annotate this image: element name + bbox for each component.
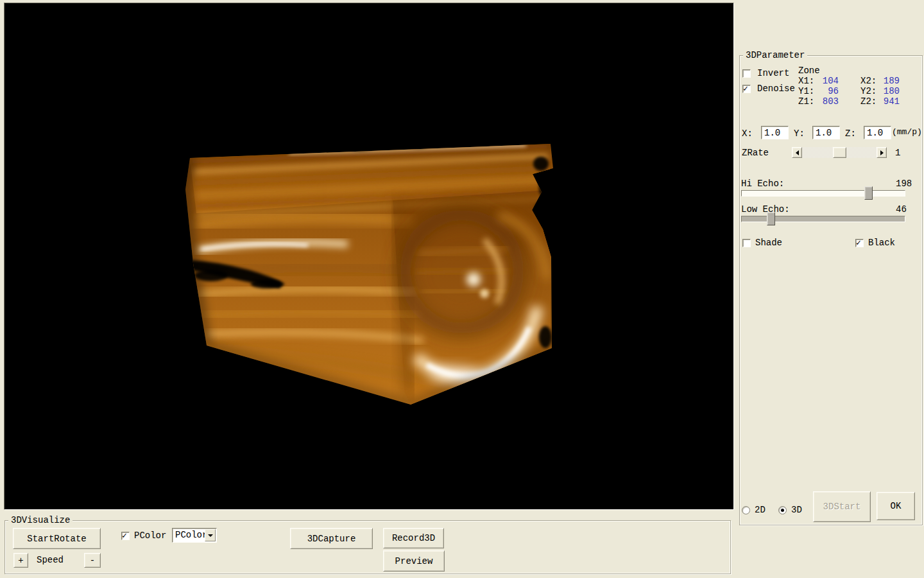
zone-z2-value: 941: [879, 96, 900, 107]
app-window: 3DParameter Invert Denoise Zone X1: 104 …: [0, 0, 924, 578]
zone-y2-value: 180: [879, 86, 900, 96]
black-label: Black: [868, 238, 895, 248]
invert-checkbox[interactable]: [742, 69, 751, 78]
denoise-checkbox[interactable]: [742, 85, 751, 93]
pcolor-label: PColor: [134, 530, 166, 541]
speed-plus-button[interactable]: +: [13, 553, 28, 568]
zrate-left-arrow-button[interactable]: [792, 147, 802, 158]
denoise-label: Denoise: [757, 83, 795, 94]
mode-2d-label: 2D: [755, 505, 766, 515]
zone-x1-label: X1:: [798, 76, 814, 86]
zone-y2-label: Y2:: [860, 86, 877, 96]
invert-label: Invert: [757, 68, 789, 78]
x-scale-input[interactable]: [761, 126, 789, 139]
pcolor-dropdown-arrow-icon[interactable]: [205, 529, 216, 541]
y-scale-label: Y:: [794, 128, 805, 139]
zrate-scrollbar[interactable]: [792, 147, 887, 158]
mode-3d-radio[interactable]: [778, 506, 787, 514]
scale-unit-label: (mm/p): [892, 127, 922, 137]
zrate-right-arrow-button[interactable]: [877, 147, 887, 158]
zrate-label: ZRate: [742, 148, 769, 158]
start-3d-button[interactable]: 3DStart: [813, 491, 871, 522]
visualize-group-title: 3DVisualize: [8, 515, 73, 525]
low-echo-track[interactable]: [741, 216, 905, 222]
zone-x2-label: X2:: [860, 76, 877, 86]
zone-x1-value: 104: [818, 76, 839, 86]
preview-button[interactable]: Preview: [383, 550, 445, 572]
capture-3d-button[interactable]: 3DCapture: [290, 528, 373, 549]
mode-2d-radio[interactable]: [742, 506, 750, 514]
mode-3d-label: 3D: [791, 505, 802, 515]
ok-button[interactable]: OK: [877, 492, 915, 520]
parameter-group-title: 3DParameter: [743, 50, 807, 60]
zrate-value: 1: [895, 148, 900, 158]
render-viewport[interactable]: [4, 3, 734, 510]
speed-label: Speed: [37, 555, 64, 565]
y-scale-input[interactable]: [812, 126, 840, 139]
zrate-thumb[interactable]: [833, 147, 846, 158]
hi-echo-thumb[interactable]: [864, 186, 873, 200]
hi-echo-track[interactable]: [741, 190, 905, 197]
low-echo-slider[interactable]: [741, 212, 905, 226]
ultrasound-volume-render: [4, 3, 733, 509]
hi-echo-slider[interactable]: [741, 186, 905, 200]
x-scale-label: X:: [742, 128, 753, 139]
z-scale-label: Z:: [845, 128, 856, 139]
low-echo-thumb[interactable]: [767, 212, 775, 225]
speed-minus-button[interactable]: -: [84, 553, 101, 568]
zone-z1-value: 803: [818, 96, 839, 107]
pcolor-checkbox[interactable]: [121, 532, 130, 540]
zone-title: Zone: [798, 66, 820, 76]
zone-y1-value: 96: [818, 86, 839, 96]
shade-checkbox[interactable]: [742, 239, 751, 247]
zone-z2-label: Z2:: [860, 96, 877, 107]
pcolor-dropdown-value: PColor: [175, 530, 207, 540]
zone-x2-value: 189: [879, 76, 900, 86]
pcolor-dropdown[interactable]: PColor: [172, 528, 217, 543]
shade-label: Shade: [755, 238, 782, 248]
zone-y1-label: Y1:: [798, 86, 814, 96]
black-checkbox[interactable]: [855, 239, 864, 247]
zone-z1-label: Z1:: [798, 96, 814, 107]
start-rotate-button[interactable]: StartRotate: [13, 528, 101, 549]
z-scale-input[interactable]: [864, 126, 891, 139]
record-3d-button[interactable]: Record3D: [383, 528, 444, 548]
